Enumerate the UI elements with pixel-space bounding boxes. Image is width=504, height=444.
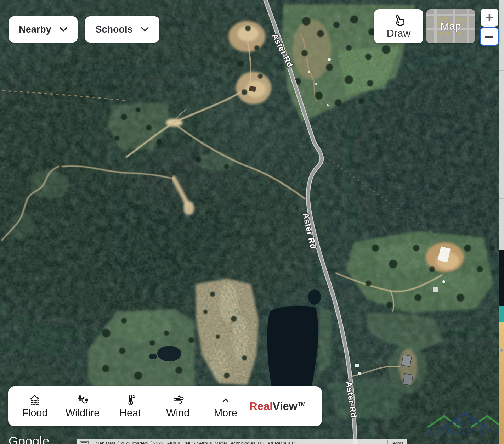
plus-icon: + xyxy=(485,10,493,26)
nearby-label: Nearby xyxy=(19,24,51,35)
draw-button[interactable]: Draw xyxy=(374,9,423,43)
heat-layer-button[interactable]: Heat xyxy=(106,394,154,419)
longview-realtors-watermark: LONGVIEW AREA ASSOCIATION OF REALTORS xyxy=(425,411,504,444)
edge-strip-dot xyxy=(500,349,503,352)
flood-label: Flood xyxy=(22,407,48,419)
google-logo: Google xyxy=(9,434,50,444)
edge-strip-dark-segment xyxy=(499,250,504,306)
more-layers-button[interactable]: More xyxy=(202,394,250,419)
chevron-up-icon xyxy=(219,394,232,406)
keyboard-icon[interactable] xyxy=(80,441,89,444)
minus-icon: − xyxy=(485,27,494,46)
schools-label: Schools xyxy=(95,24,132,35)
wind-label: Wind xyxy=(166,407,189,419)
draw-label: Draw xyxy=(387,28,411,39)
attribution-text: Map Data ©2023 Imagery ©2023 , Airbus, C… xyxy=(96,440,295,444)
edge-strip-teal-segment xyxy=(499,306,504,322)
realview-brand-tm: TM xyxy=(298,401,306,407)
edge-strip-light-segment xyxy=(499,0,504,250)
schools-dropdown[interactable]: Schools xyxy=(85,16,159,43)
map-attribution-bar: Map Data ©2023 Imagery ©2023 , Airbus, C… xyxy=(77,439,407,444)
terms-link[interactable]: Terms xyxy=(391,440,403,444)
chevron-down-icon xyxy=(141,27,149,32)
attribution-divider xyxy=(387,440,388,444)
edge-strip-orange-segment xyxy=(499,322,504,444)
flood-house-waves-icon xyxy=(28,394,41,406)
attribution-divider xyxy=(92,440,92,444)
longview-title: LONGVIEW xyxy=(426,426,504,438)
flood-layer-button[interactable]: Flood xyxy=(11,394,59,419)
right-edge-panel-strip[interactable] xyxy=(499,0,504,444)
zoom-out-button[interactable]: − xyxy=(480,27,499,46)
screenshot-root: Aster Rd Aster Rd Aster Rd Nearby School… xyxy=(0,0,504,444)
thermometer-icon xyxy=(124,394,137,406)
zoom-in-button[interactable]: + xyxy=(481,9,498,27)
realview-brand-view: View xyxy=(273,400,298,412)
edge-strip-mark xyxy=(499,70,504,71)
satellite-map[interactable]: Aster Rd Aster Rd Aster Rd xyxy=(0,0,504,444)
heat-label: Heat xyxy=(119,407,141,419)
wildfire-label: Wildfire xyxy=(66,407,100,419)
wind-icon xyxy=(171,394,185,406)
map-view-toggle[interactable]: Map xyxy=(426,9,475,43)
forest-grain xyxy=(0,0,504,444)
layers-toolbar: Flood Wildfire Heat xyxy=(8,386,322,426)
wildfire-layer-button[interactable]: Wildfire xyxy=(59,394,107,419)
realview-brand-real: Real xyxy=(249,400,272,412)
tree-fire-icon xyxy=(76,394,89,406)
chevron-down-icon xyxy=(59,27,68,32)
nearby-dropdown[interactable]: Nearby xyxy=(9,16,78,43)
realview-brand: RealViewTM xyxy=(249,400,306,413)
wind-layer-button[interactable]: Wind xyxy=(154,394,202,419)
more-label: More xyxy=(214,407,237,419)
edge-strip-mark xyxy=(499,198,504,199)
drag-hand-icon xyxy=(392,15,405,27)
map-toggle-label: Map xyxy=(440,20,461,32)
longview-subtitle: AREA ASSOCIATION OF REALTORS xyxy=(426,439,504,444)
